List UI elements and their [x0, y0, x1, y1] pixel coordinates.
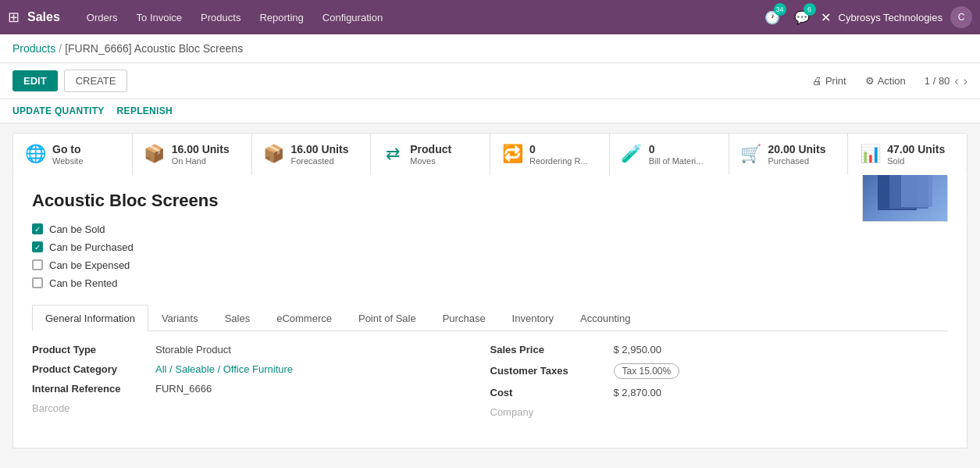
bom-icon: 🧪 — [621, 144, 643, 164]
smart-btn-moves[interactable]: ⇄ Product Moves — [371, 134, 490, 175]
next-arrow[interactable]: › — [964, 74, 968, 88]
prev-arrow[interactable]: ‹ — [954, 74, 958, 88]
product-type-value: Storable Product — [155, 344, 231, 355]
tax-badge[interactable]: Tax 15.00% — [614, 363, 680, 379]
internal-reference-label: Internal Reference — [32, 383, 149, 395]
app-title: Sales — [27, 10, 60, 24]
smart-btn-sold-label: Sold — [887, 156, 945, 166]
smart-btn-onhand[interactable]: 📦 16.00 Units On Hand — [133, 134, 252, 175]
company-label: Company — [490, 406, 534, 418]
sales-price-row: Sales Price $ 2,950.00 — [490, 344, 949, 355]
smart-btn-forecasted[interactable]: 📦 16.00 Units Forecasted — [252, 134, 372, 175]
nav-right: 🕐 34 💬 6 ✕ Cybrosys Technologies C — [761, 6, 972, 28]
clock-notification[interactable]: 🕐 34 — [761, 6, 783, 28]
barcode-label: Barcode — [32, 402, 69, 414]
product-category-row: Product Category All / Saleable / Office… — [32, 363, 490, 375]
edit-button[interactable]: EDIT — [12, 70, 58, 91]
smart-buttons: 🌐 Go to Website 📦 16.00 Units On Hand 📦 … — [12, 133, 968, 175]
breadcrumb-current: [FURN_6666] Acoustic Bloc Screens — [65, 42, 243, 55]
tab-general-information[interactable]: General Information — [32, 305, 148, 331]
barcode-row: Barcode — [32, 402, 490, 414]
purchased-icon: 🛒 — [740, 144, 762, 164]
website-icon: 🌐 — [24, 144, 46, 164]
print-button[interactable]: 🖨 Print — [806, 70, 853, 91]
checkbox-group: ✓ Can be Sold ✓ Can be Purchased Can be … — [32, 223, 948, 289]
print-icon: 🖨 — [812, 75, 822, 87]
product-category-value[interactable]: All / Saleable / Office Furniture — [155, 363, 293, 375]
smart-btn-purchased[interactable]: 🛒 20.00 Units Purchased — [729, 134, 849, 175]
top-nav: ⊞ Sales Orders To Invoice Products Repor… — [0, 0, 980, 34]
customer-taxes-label: Customer Taxes — [490, 365, 608, 377]
replenish-link[interactable]: REPLENISH — [117, 105, 173, 116]
tab-sales[interactable]: Sales — [212, 305, 264, 331]
cost-row: Cost $ 2,870.00 — [490, 387, 949, 398]
right-fields: Sales Price $ 2,950.00 Customer Taxes Ta… — [490, 344, 949, 426]
smart-btn-website-value: Go to — [52, 143, 84, 156]
reorder-icon: 🔁 — [501, 144, 523, 164]
grid-icon[interactable]: ⊞ — [8, 9, 20, 26]
smart-btn-bom-label: Bill of Materi... — [649, 156, 704, 166]
smart-btn-bom-value: 0 — [649, 143, 704, 156]
chat-badge: 6 — [804, 3, 816, 16]
nav-orders[interactable]: Orders — [79, 7, 126, 28]
unchecked-icon — [32, 277, 43, 288]
gear-icon: ⚙ — [865, 75, 875, 87]
product-type-row: Product Type Storable Product — [32, 344, 490, 355]
tab-accounting[interactable]: Accounting — [567, 305, 643, 331]
smart-btn-website-label: Website — [52, 156, 84, 166]
pagination-count: 1 / 80 — [925, 75, 950, 87]
breadcrumb-parent[interactable]: Products — [12, 42, 55, 55]
tab-purchase[interactable]: Purchase — [429, 305, 499, 331]
nav-products[interactable]: Products — [193, 7, 248, 28]
tab-ecommerce[interactable]: eCommerce — [263, 305, 345, 331]
can-be-expensed-label: Can be Expensed — [49, 259, 130, 271]
smart-btn-reorder-label: Reordering R... — [529, 156, 588, 166]
smart-btn-onhand-label: On Hand — [172, 156, 230, 166]
checkbox-can-be-sold[interactable]: ✓ Can be Sold — [32, 223, 948, 235]
cost-value: $ 2,870.00 — [614, 387, 661, 398]
internal-reference-row: Internal Reference FURN_6666 — [32, 383, 490, 395]
nav-reporting[interactable]: Reporting — [251, 7, 311, 28]
toolbar: EDIT CREATE 🖨 Print ⚙ Action 1 / 80 ‹ › — [0, 63, 980, 99]
create-button[interactable]: CREATE — [64, 70, 128, 92]
moves-icon: ⇄ — [382, 144, 404, 164]
smart-btn-reorder[interactable]: 🔁 0 Reordering R... — [490, 134, 610, 175]
update-quantity-link[interactable]: UPDATE QUANTITY — [12, 105, 105, 116]
clock-badge: 34 — [774, 3, 786, 16]
sales-price-value: $ 2,950.00 — [614, 344, 661, 355]
sales-price-label: Sales Price — [490, 344, 608, 355]
user-avatar[interactable]: C — [950, 6, 972, 28]
smart-btn-reorder-value: 0 — [529, 143, 588, 156]
customer-taxes-row: Customer Taxes Tax 15.00% — [490, 363, 949, 379]
internal-reference-value: FURN_6666 — [155, 383, 212, 395]
form-area: Acoustic Bloc Screens ✓ Can be Sold ✓ Ca… — [12, 175, 968, 448]
checkbox-can-be-purchased[interactable]: ✓ Can be Purchased — [32, 241, 948, 253]
product-title: Acoustic Bloc Screens — [32, 191, 948, 211]
product-type-label: Product Type — [32, 344, 149, 355]
close-icon[interactable]: ✕ — [821, 10, 831, 25]
checkbox-can-be-rented[interactable]: Can be Rented — [32, 277, 948, 289]
unchecked-icon — [32, 259, 43, 270]
company-row: Company — [490, 406, 949, 418]
smart-btn-forecasted-label: Forecasted — [291, 156, 349, 166]
tab-point-of-sale[interactable]: Point of Sale — [345, 305, 429, 331]
tab-inventory[interactable]: Inventory — [499, 305, 567, 331]
tab-bar: General Information Variants Sales eComm… — [32, 305, 948, 331]
nav-to-invoice[interactable]: To Invoice — [129, 7, 191, 28]
checkbox-can-be-expensed[interactable]: Can be Expensed — [32, 259, 948, 271]
tab-variants[interactable]: Variants — [148, 305, 212, 331]
chat-notification[interactable]: 💬 6 — [791, 6, 813, 28]
nav-configuration[interactable]: Configuration — [315, 7, 390, 28]
smart-btn-purchased-label: Purchased — [768, 156, 826, 166]
form-fields: Product Type Storable Product Product Ca… — [32, 331, 948, 432]
smart-btn-website[interactable]: 🌐 Go to Website — [13, 134, 133, 175]
action-button[interactable]: ⚙ Action — [859, 70, 912, 91]
smart-btn-sold[interactable]: 📊 47.00 Units Sold — [848, 134, 967, 175]
forecasted-icon: 📦 — [263, 144, 285, 164]
breadcrumb-separator: / — [59, 42, 62, 55]
user-name[interactable]: Cybrosys Technologies — [839, 12, 943, 23]
can-be-sold-label: Can be Sold — [49, 223, 105, 235]
smart-btn-bom[interactable]: 🧪 0 Bill of Materi... — [610, 134, 729, 175]
pagination: 1 / 80 ‹ › — [925, 74, 968, 88]
smart-btn-purchased-value: 20.00 Units — [768, 143, 826, 156]
